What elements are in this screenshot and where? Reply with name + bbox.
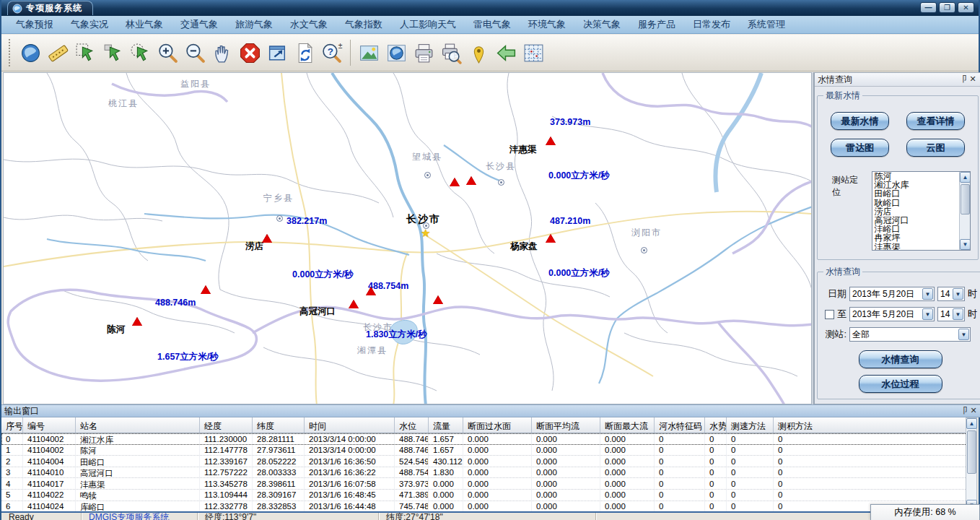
latest-group-button-1[interactable]: 查看详情 <box>906 112 965 130</box>
station-select[interactable]: 全部 ▼ <box>849 327 971 342</box>
column-header-8[interactable]: 断面过水面 <box>463 417 532 433</box>
table-row-4[interactable]: 441104017沣惠渠113.34527828.3986112013/1/6 … <box>1 478 968 490</box>
menu-item-2[interactable]: 林业气象 <box>117 16 172 33</box>
measure-tool-icon[interactable] <box>44 38 71 67</box>
refresh-page-tool-icon[interactable] <box>291 38 318 67</box>
print-tool-icon[interactable] <box>410 38 437 67</box>
menu-item-10[interactable]: 决策气象 <box>574 16 629 33</box>
latest-group-button-0[interactable]: 最新水情 <box>831 112 889 130</box>
date-picker-2[interactable]: 2013年 5月20日 ▼ <box>849 307 935 321</box>
table-row-2[interactable]: 241104004田峪口112.33916728.0522222013/1/6 … <box>1 456 968 467</box>
menu-item-9[interactable]: 环境气象 <box>520 16 574 33</box>
menu-item-7[interactable]: 人工影响天气 <box>391 16 465 33</box>
station-marker-icon[interactable] <box>132 317 142 326</box>
column-header-12[interactable]: 水势 <box>705 417 727 433</box>
menu-item-13[interactable]: 系统管理 <box>739 16 794 33</box>
select-box-tool-icon[interactable] <box>71 38 99 67</box>
column-header-2[interactable]: 站名 <box>76 417 200 433</box>
station-marker-icon[interactable] <box>433 295 443 304</box>
dropdown-arrow-icon[interactable]: ▼ <box>953 308 963 320</box>
date-picker-1[interactable]: 2013年 5月20日 ▼ <box>849 287 935 301</box>
locate-pin-tool-icon[interactable] <box>465 38 492 67</box>
column-header-9[interactable]: 断面平均流 <box>532 417 600 433</box>
station-marker-icon[interactable] <box>450 178 460 186</box>
globe-layers-tool-icon[interactable] <box>382 38 410 67</box>
water-query-button[interactable]: 水情查询 <box>859 350 942 368</box>
column-header-5[interactable]: 时间 <box>305 417 395 433</box>
stop-tool-icon[interactable] <box>236 38 263 67</box>
menu-item-4[interactable]: 旅游气象 <box>227 16 281 33</box>
station-list-item-7[interactable]: 冉家坪 <box>874 233 958 242</box>
menu-item-12[interactable]: 日常发布 <box>684 16 739 33</box>
menu-item-1[interactable]: 气象实况 <box>62 16 117 33</box>
latest-group-button-2[interactable]: 雷达图 <box>831 139 889 157</box>
table-row-3[interactable]: 341104010高冠河口112.75722228.0033332013/1/6… <box>1 467 968 479</box>
scroll-thumb[interactable] <box>961 184 970 214</box>
output-pin-icon[interactable]: 卩 <box>958 406 968 416</box>
dropdown-arrow-icon[interactable]: ▼ <box>922 288 933 300</box>
station-marker-icon[interactable] <box>546 136 556 145</box>
station-list-item-8[interactable]: 沣惠渠 <box>874 243 958 251</box>
menu-item-11[interactable]: 服务产品 <box>629 16 684 33</box>
station-marker-icon[interactable] <box>262 234 272 243</box>
column-header-11[interactable]: 河水特征码 <box>655 417 705 433</box>
table-scrollbar[interactable]: ▲ ▼ <box>966 417 977 511</box>
image-tool-icon[interactable] <box>355 38 382 67</box>
table-row-6[interactable]: 641104024库峪口112.33277828.3328532013/1/6 … <box>1 501 968 511</box>
station-marker-icon[interactable] <box>466 176 476 185</box>
station-marker-icon[interactable] <box>349 300 359 308</box>
column-header-3[interactable]: 经度 <box>200 417 253 433</box>
scroll-up-icon[interactable]: ▲ <box>960 172 971 183</box>
latest-group-button-3[interactable]: 云图 <box>906 139 965 157</box>
column-header-7[interactable]: 流量 <box>429 417 463 433</box>
column-header-10[interactable]: 断面最大流 <box>600 417 655 433</box>
scroll-down-icon[interactable]: ▼ <box>960 239 971 250</box>
column-header-1[interactable]: 编号 <box>23 417 76 433</box>
full-extent-tool-icon[interactable] <box>263 38 291 67</box>
toolbar-grip[interactable] <box>9 39 11 66</box>
hour-picker-2[interactable]: 14 ▼ <box>937 307 965 321</box>
table-scroll-thumb[interactable] <box>967 430 976 474</box>
maximize-button[interactable]: ❐ <box>939 2 955 13</box>
zoom-out-tool-icon[interactable] <box>181 38 209 67</box>
to-checkbox[interactable] <box>825 310 834 319</box>
station-listbox[interactable]: 陈河湘江水库田峪口耿峪口涝店高冠河口沣峪口冉家坪沣惠渠 ▲ ▼ <box>872 171 971 251</box>
column-header-14[interactable]: 测积方法 <box>774 417 968 433</box>
station-marker-icon[interactable] <box>201 285 211 294</box>
station-marker-icon[interactable] <box>546 234 556 243</box>
column-header-13[interactable]: 测速方法 <box>727 417 774 433</box>
dropdown-arrow-icon[interactable]: ▼ <box>953 288 963 300</box>
pin-icon[interactable]: 卩 <box>958 74 968 84</box>
identify-tool-icon[interactable]: ±? <box>318 38 346 67</box>
panel-close-icon[interactable]: ✕ <box>968 74 978 84</box>
menu-item-6[interactable]: 气象指数 <box>336 16 391 33</box>
hour-picker-1[interactable]: 14 ▼ <box>937 287 965 301</box>
table-row-5[interactable]: 541104022鸣犊113.10944428.3091672013/1/6 1… <box>1 490 968 501</box>
menu-item-0[interactable]: 气象预报 <box>7 16 62 33</box>
station-marker-icon[interactable] <box>366 287 376 295</box>
column-header-0[interactable]: 序号 <box>1 417 23 433</box>
table-row-0[interactable]: 041104002湘江水库111.23000028.2811112013/3/1… <box>1 433 968 445</box>
pan-tool-icon[interactable] <box>209 38 236 67</box>
close-button[interactable]: ✕ <box>958 2 974 13</box>
map-canvas[interactable]: 益阳县桃江县望城县长沙县宁乡县浏阳市湘潭县长沙市长沙市涝店陈河高冠河口沣惠渠杨家… <box>3 72 812 404</box>
column-header-6[interactable]: 水位 <box>395 417 429 433</box>
print-preview-tool-icon[interactable] <box>437 38 465 67</box>
listbox-scrollbar[interactable]: ▲ ▼ <box>959 172 970 250</box>
menu-item-3[interactable]: 交通气象 <box>172 16 227 33</box>
dropdown-arrow-icon[interactable]: ▼ <box>958 329 969 340</box>
grid-map-tool-icon[interactable] <box>520 38 547 67</box>
menu-item-8[interactable]: 雷电气象 <box>465 16 520 33</box>
water-level-process-button[interactable]: 水位过程 <box>859 375 942 393</box>
world-tool-icon[interactable] <box>17 38 44 67</box>
table-scroll-up-icon[interactable]: ▲ <box>966 418 977 429</box>
column-header-4[interactable]: 纬度 <box>253 417 305 433</box>
table-row-1[interactable]: 141104002陈河112.14777827.9736112013/3/14 … <box>1 445 968 456</box>
back-arrow-tool-icon[interactable] <box>492 38 520 67</box>
station-list-item-3[interactable]: 耿峪口 <box>874 199 958 207</box>
station-list-item-2[interactable]: 田峪口 <box>874 189 958 198</box>
select-arrow-tool-icon[interactable] <box>99 38 126 67</box>
menu-item-5[interactable]: 水文气象 <box>281 16 336 33</box>
output-close-icon[interactable]: ✕ <box>968 406 979 416</box>
dropdown-arrow-icon[interactable]: ▼ <box>922 308 933 320</box>
